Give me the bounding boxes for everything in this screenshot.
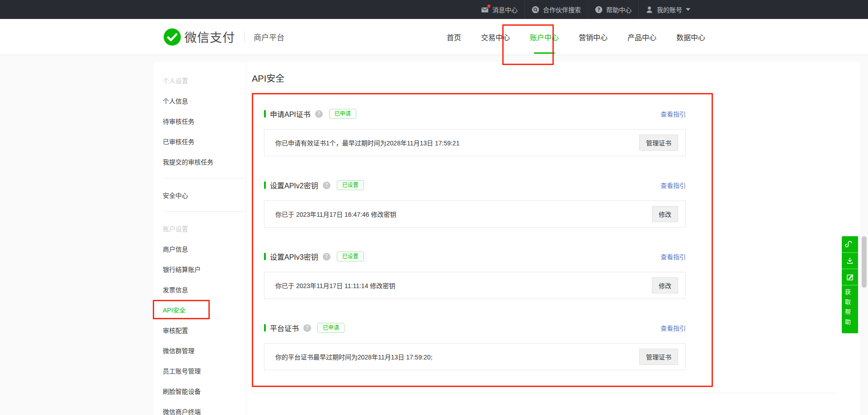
scrollbar-thumb[interactable] [862, 236, 867, 288]
download-icon [844, 256, 855, 266]
section-set-apiv3-key: 设置APIv3密钥?已设置查看指引你已于 2023年11月17日 11:11:1… [264, 252, 686, 299]
section-row: 你已于 2023年11月17日 16:47:46 修改密钥修改 [264, 201, 686, 228]
topbar-item-my-account[interactable]: 我的账号 [638, 0, 697, 19]
nav-item-product-center[interactable]: 产品中心 [627, 19, 656, 55]
brand[interactable]: 微信支付 商户平台 [164, 28, 284, 46]
sidebar-item-personal-info[interactable]: 个人信息 [163, 90, 246, 111]
topbar-item-label: 我的账号 [657, 5, 682, 14]
help-question-icon[interactable]: ? [323, 253, 330, 261]
sidebar-item-invoice-info[interactable]: 发票信息 [163, 279, 246, 299]
brand-name: 微信支付 [184, 28, 235, 46]
section-accent-bar [264, 110, 266, 117]
topbar-item-label: 消息中心 [492, 5, 518, 14]
download-button[interactable] [842, 252, 858, 269]
sidebar-item-wechat-group-mgmt[interactable]: 微信群管理 [163, 340, 246, 360]
sidebar-item-api-security[interactable]: API安全 [163, 299, 246, 320]
section-row: 你的平台证书最早过期时间为2028年11月13日 17:59:20;管理证书 [264, 343, 686, 370]
content-wrapper: 个人设置个人信息待审核任务已审核任务我提交的审核任务安全中心账户设置商户信息银行… [154, 62, 860, 415]
mail-icon [481, 6, 489, 14]
sidebar-item-wechat-merchant-terminal[interactable]: 微信商户终端 [163, 401, 246, 415]
topbar: 消息中心合作伙伴搜索?帮助中心我的账号 [0, 0, 868, 19]
section-header: 申请API证书?已申请查看指引 [264, 109, 686, 119]
sidebar-item-staff-account-mgmt[interactable]: 员工账号管理 [163, 360, 246, 381]
status-badge: 已申请 [317, 323, 344, 333]
notification-dot [487, 5, 491, 8]
set-apiv3-key-action-button[interactable]: 修改 [652, 277, 678, 294]
sidebar-item-security-center[interactable]: 安全中心 [163, 185, 246, 205]
sidebar: 个人设置个人信息待审核任务已审核任务我提交的审核任务安全中心账户设置商户信息银行… [154, 62, 246, 415]
section-title: 设置APIv2密钥 [270, 180, 318, 191]
view-guide-link[interactable]: 查看指引 [660, 323, 686, 332]
topbar-items: 消息中心合作伙伴搜索?帮助中心我的账号 [474, 0, 697, 19]
section-platform-cert: 平台证书?已申请查看指引你的平台证书最早过期时间为2028年11月13日 17:… [264, 323, 686, 370]
service-hook-button[interactable] [842, 236, 858, 252]
sidebar-item-merchant-info[interactable]: 商户信息 [163, 238, 246, 259]
row-status-text: 你的平台证书最早过期时间为2028年11月13日 17:59:20; [275, 352, 433, 361]
get-help-button[interactable]: 获取帮助 [842, 285, 858, 333]
sidebar-item-my-submitted-tasks[interactable]: 我提交的审核任务 [163, 151, 246, 172]
main-content: API安全 申请API证书?已申请查看指引你已申请有效证书1个，最早过期时间为2… [246, 62, 860, 415]
section-title: 设置APIv3密钥 [270, 251, 318, 262]
section-accent-bar [264, 253, 266, 260]
section-row: 你已于 2023年11月17日 11:11:14 修改密钥修改 [264, 272, 686, 299]
edit-icon [844, 272, 855, 283]
sidebar-item-pending-review-tasks[interactable]: 待审核任务 [163, 111, 246, 131]
view-guide-link[interactable]: 查看指引 [660, 252, 686, 261]
content-footer-divider [252, 393, 836, 393]
view-guide-link[interactable]: 查看指引 [660, 181, 686, 190]
feedback-button[interactable] [842, 269, 858, 285]
sections: 申请API证书?已申请查看指引你已申请有效证书1个，最早过期时间为2028年11… [264, 109, 686, 370]
row-status-text: 你已申请有效证书1个，最早过期时间为2028年11月13日 17:59:21 [275, 138, 459, 147]
set-apiv2-key-action-button[interactable]: 修改 [652, 206, 678, 222]
sidebar-item-reviewed-tasks[interactable]: 已审核任务 [163, 131, 246, 151]
help-question-icon[interactable]: ? [323, 182, 330, 189]
nav-item-account-center[interactable]: 账户中心 [530, 19, 559, 55]
section-header: 设置APIv2密钥?已设置查看指引 [264, 180, 686, 190]
status-badge: 已设置 [337, 252, 364, 261]
svg-text:?: ? [597, 7, 600, 12]
sidebar-divider [163, 178, 246, 178]
sidebar-divider [163, 211, 246, 212]
user-icon [646, 6, 653, 14]
nav-item-home[interactable]: 首页 [447, 19, 461, 55]
floating-toolbar: 获取帮助 [842, 236, 858, 333]
section-title: 平台证书 [270, 322, 299, 333]
status-badge: 已申请 [329, 109, 356, 119]
platform-cert-action-button[interactable]: 管理证书 [639, 349, 678, 365]
brand-separator [244, 31, 245, 43]
hook-icon [844, 239, 855, 250]
sidebar-item-face-smart-device[interactable]: 刷脸智能设备 [163, 381, 246, 401]
view-guide-link[interactable]: 查看指引 [660, 109, 686, 118]
page-body: 个人设置个人信息待审核任务已审核任务我提交的审核任务安全中心账户设置商户信息银行… [0, 55, 868, 415]
status-badge: 已设置 [337, 180, 364, 190]
search-circle-icon [532, 6, 539, 14]
section-header: 设置APIv3密钥?已设置查看指引 [264, 252, 686, 261]
topbar-item-help-center[interactable]: ?帮助中心 [588, 0, 638, 19]
nav-item-marketing-center[interactable]: 营销中心 [579, 19, 608, 55]
row-status-text: 你已于 2023年11月17日 11:11:14 修改密钥 [275, 281, 395, 290]
topbar-item-label: 帮助中心 [606, 5, 632, 14]
section-title: 申请API证书 [270, 108, 311, 119]
nav-item-transaction-center[interactable]: 交易中心 [481, 19, 510, 55]
section-row: 你已申请有效证书1个，最早过期时间为2028年11月13日 17:59:21管理… [264, 129, 686, 156]
header: 微信支付 商户平台 首页交易中心账户中心营销中心产品中心数据中心 [0, 19, 868, 55]
sidebar-item-bank-settlement-account[interactable]: 银行结算账户 [163, 259, 246, 279]
topbar-item-label: 合作伙伴搜索 [543, 5, 581, 14]
topbar-item-partner-search[interactable]: 合作伙伴搜索 [524, 0, 588, 19]
sidebar-group-personal-settings: 个人设置 [163, 70, 246, 90]
section-apply-api-cert: 申请API证书?已申请查看指引你已申请有效证书1个，最早过期时间为2028年11… [264, 109, 686, 156]
page-title: API安全 [252, 73, 860, 84]
topbar-item-message-center[interactable]: 消息中心 [474, 0, 524, 19]
sidebar-item-review-config[interactable]: 审核配置 [163, 320, 246, 340]
portal-name: 商户平台 [254, 31, 284, 42]
section-header: 平台证书?已申请查看指引 [264, 323, 686, 333]
apply-api-cert-action-button[interactable]: 管理证书 [639, 135, 678, 151]
main-nav: 首页交易中心账户中心营销中心产品中心数据中心 [427, 19, 705, 55]
nav-item-data-center[interactable]: 数据中心 [676, 19, 705, 55]
section-accent-bar [264, 182, 266, 189]
help-question-icon[interactable]: ? [303, 324, 311, 332]
question-circle-icon: ? [595, 6, 603, 14]
chevron-down-icon [686, 8, 690, 11]
row-status-text: 你已于 2023年11月17日 16:47:46 修改密钥 [275, 210, 396, 219]
help-question-icon[interactable]: ? [315, 110, 323, 118]
